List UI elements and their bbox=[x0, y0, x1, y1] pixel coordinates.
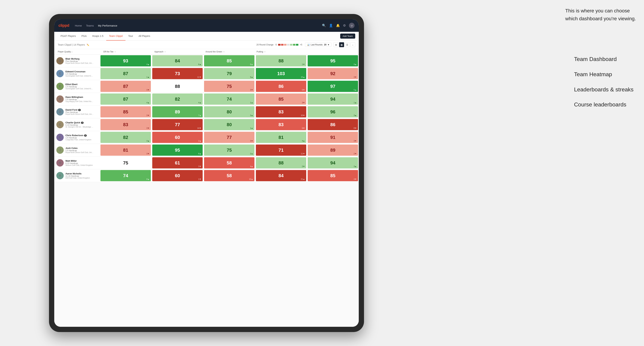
stat-cell: 803▲ bbox=[203, 106, 255, 118]
grid-view-button[interactable]: ⊞ bbox=[334, 42, 338, 47]
table-row[interactable]: MMatt Miller6-10 HandicapWoburn Golf Clu… bbox=[54, 157, 359, 169]
stat-box: 75 bbox=[100, 157, 151, 169]
nav-link-home[interactable]: Home bbox=[75, 23, 82, 28]
player-club: St. George's Hill GC - Weybridge - Surre… bbox=[66, 126, 94, 128]
stat-cell: 959▲ bbox=[307, 54, 359, 67]
stat-box: 752▲ bbox=[204, 145, 254, 156]
download-button[interactable]: ↓ bbox=[350, 42, 355, 47]
profile-icon[interactable]: 👤 bbox=[329, 23, 333, 27]
stat-value: 87 bbox=[123, 84, 128, 89]
stat-box: 7111▼ bbox=[256, 145, 306, 156]
stat-cell: 963▲ bbox=[307, 106, 359, 118]
col-putting[interactable]: Putting → bbox=[255, 49, 306, 54]
col-off-tee[interactable]: Off the Tee → bbox=[102, 49, 152, 54]
table-row[interactable]: CChris Robertson✓1-5 HandicapCraigmillar… bbox=[54, 131, 359, 144]
stat-value: 93 bbox=[123, 58, 128, 63]
stat-value: 94 bbox=[330, 97, 336, 101]
dashboard-labels: Team Dashboard Team Heatmap Leaderboards… bbox=[574, 52, 634, 113]
add-team-button[interactable]: Add Team bbox=[340, 33, 355, 39]
player-details: Charlie Quick✓6-10 HandicapSt. George's … bbox=[66, 121, 94, 128]
stat-cell: 833▼ bbox=[100, 118, 152, 131]
stat-cell: 752▲ bbox=[203, 144, 255, 156]
table-row[interactable]: BBlair McHargPlus HandicapRoyal North De… bbox=[54, 54, 359, 67]
stat-change: 4▲ bbox=[302, 140, 305, 142]
stat-cell: 748▲ bbox=[100, 169, 152, 182]
table-row[interactable]: AAaron Nicholls11-15 HandicapDrift Golf … bbox=[54, 169, 359, 182]
stat-cell: 584▲ bbox=[203, 157, 255, 169]
stat-box: 943▲ bbox=[308, 157, 358, 169]
stat-box: 801▲ bbox=[204, 119, 254, 130]
stat-change: 3▼ bbox=[250, 140, 253, 142]
tab-pga[interactable]: PGA bbox=[78, 32, 90, 40]
player-name: Dave Billingham bbox=[66, 96, 94, 98]
label-course-leaderboards: Course leaderboards bbox=[574, 98, 634, 111]
tab-tour[interactable]: Tour bbox=[126, 32, 136, 40]
stat-change: 3▲ bbox=[354, 165, 357, 168]
stat-cell: 975▲ bbox=[307, 80, 359, 93]
stat-change: 3▼ bbox=[146, 89, 150, 91]
table-row[interactable]: JJosh Coles1-5 HandicapRoyal North Devon… bbox=[54, 144, 359, 157]
stat-value: 103 bbox=[277, 71, 285, 76]
stat-cell: 858▲ bbox=[203, 54, 255, 67]
search-icon[interactable]: 🔍 bbox=[322, 23, 326, 27]
stat-box: 799▲ bbox=[204, 68, 254, 79]
player-club: Gog Magog Golf Club, United Kingdom bbox=[66, 100, 94, 102]
stat-change: 14▼ bbox=[197, 127, 201, 129]
table-row[interactable]: EEdward Crossman1-5 HandicapSunningdale … bbox=[54, 67, 359, 80]
stat-change: 11▼ bbox=[301, 153, 305, 155]
player-club: Sunningdale Golf Club, United Kingdom bbox=[66, 75, 94, 77]
stat-box: 963▲ bbox=[308, 106, 358, 117]
player-name: Matt Miller bbox=[66, 160, 93, 162]
stat-value: 71 bbox=[278, 148, 284, 152]
stat-value: 96 bbox=[330, 110, 336, 114]
stat-value: 75 bbox=[227, 148, 232, 152]
tab-team-clippd[interactable]: Team Clippd bbox=[106, 32, 126, 40]
table-row[interactable]: DDavid Ford✓Plus HandicapRoyal North Dev… bbox=[54, 106, 359, 118]
player-rows: BBlair McHargPlus HandicapRoyal North De… bbox=[54, 54, 359, 182]
col-approach[interactable]: Approach → bbox=[152, 49, 204, 54]
player-name: Josh Coles bbox=[66, 147, 94, 149]
nav-link-my-performance[interactable]: My Performance bbox=[98, 23, 117, 28]
stat-box: 833▼ bbox=[100, 119, 151, 130]
stat-box: 871▲ bbox=[100, 68, 151, 79]
stat-change: 6▼ bbox=[302, 89, 305, 91]
bell-icon[interactable]: 🔔 bbox=[336, 23, 340, 27]
stat-change: 1▲ bbox=[146, 76, 150, 78]
stat-box: 5810▲ bbox=[204, 170, 254, 181]
nav-link-teams[interactable]: Teams bbox=[86, 23, 94, 28]
stat-box: 866▼ bbox=[256, 81, 306, 92]
tab-all-players[interactable]: All Players bbox=[136, 32, 153, 40]
last-rounds-filter[interactable]: 📊 Last Rounds: 20 ▼ bbox=[305, 43, 332, 47]
stat-box: 824▲ bbox=[152, 93, 203, 105]
stat-cell: 75 bbox=[100, 157, 152, 169]
player-handicap: 1-5 Handicap bbox=[66, 137, 91, 139]
top-nav: clippd Home Teams My Performance 🔍 👤 🔔 ⚙… bbox=[54, 19, 359, 32]
heatmap-view-button[interactable]: ▦ bbox=[339, 42, 344, 47]
player-info-cell: CCharlie Quick✓6-10 HandicapSt. George's… bbox=[54, 118, 100, 131]
stat-change: 1▲ bbox=[250, 102, 253, 104]
chart-icon: 📊 bbox=[307, 43, 310, 46]
table-row[interactable]: DDave Billingham1-5 HandicapGog Magog Go… bbox=[54, 93, 359, 106]
table-row[interactable]: EElliot Ebert1-5 HandicapSunningdale Gol… bbox=[54, 80, 359, 93]
player-club: Woburn Golf Club, United Kingdom bbox=[66, 164, 93, 166]
table-row[interactable]: CCharlie Quick✓6-10 HandicapSt. George's… bbox=[54, 118, 359, 131]
user-avatar[interactable]: U bbox=[349, 23, 354, 28]
stat-cell: 741▲ bbox=[203, 93, 255, 105]
stat-cell: 823▲ bbox=[100, 131, 152, 144]
settings-icon[interactable]: ⚙ bbox=[343, 23, 346, 27]
edit-team-icon[interactable]: ✏️ bbox=[86, 44, 89, 46]
stat-change: 3▼ bbox=[250, 89, 253, 91]
tab-pgat-players[interactable]: PGAT Players bbox=[58, 32, 78, 40]
stat-box: 88 bbox=[152, 81, 203, 92]
stat-box: 823▲ bbox=[100, 132, 151, 143]
col-around-green[interactable]: Around the Green → bbox=[204, 49, 255, 54]
stat-change: 5▲ bbox=[354, 89, 357, 91]
stat-cell: 853▼ bbox=[255, 93, 307, 105]
stat-box: 882▼ bbox=[256, 157, 306, 169]
stat-cell: 7111▼ bbox=[255, 144, 307, 156]
tab-hcaps[interactable]: Hcaps 1-5 bbox=[90, 32, 106, 40]
chevron-down-icon: ▼ bbox=[328, 43, 330, 46]
list-view-button[interactable]: ☰ bbox=[345, 42, 350, 47]
stat-value: 89 bbox=[175, 110, 180, 114]
col-player-quality[interactable]: Player Quality ↓ bbox=[56, 49, 102, 54]
